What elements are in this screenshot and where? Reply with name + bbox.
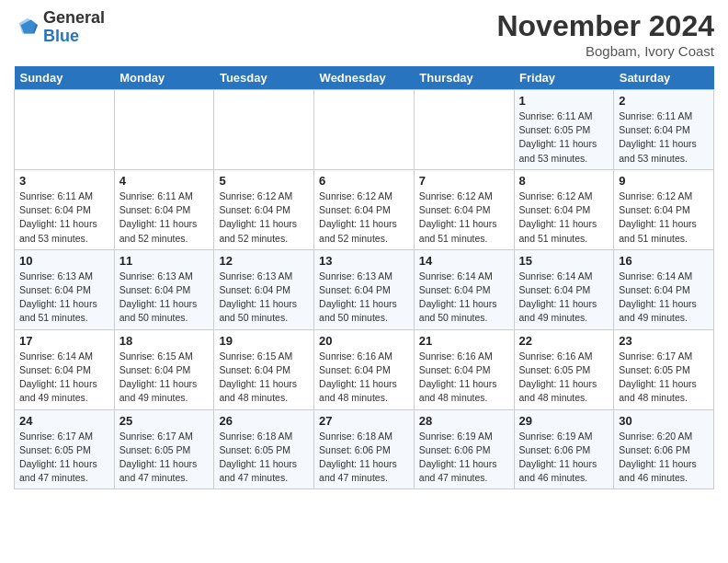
- day-number: 29: [519, 414, 609, 428]
- day-info: Sunrise: 6:13 AM Sunset: 6:04 PM Dayligh…: [319, 270, 409, 326]
- calendar-cell: 26Sunrise: 6:18 AM Sunset: 6:05 PM Dayli…: [214, 409, 314, 489]
- calendar-cell: [414, 90, 514, 170]
- day-info: Sunrise: 6:14 AM Sunset: 6:04 PM Dayligh…: [519, 270, 609, 326]
- calendar-cell: 8Sunrise: 6:12 AM Sunset: 6:04 PM Daylig…: [514, 169, 614, 249]
- day-info: Sunrise: 6:12 AM Sunset: 6:04 PM Dayligh…: [219, 190, 309, 246]
- calendar-week-3: 10Sunrise: 6:13 AM Sunset: 6:04 PM Dayli…: [15, 249, 714, 329]
- day-number: 16: [619, 254, 709, 268]
- day-number: 23: [619, 334, 709, 348]
- calendar-body: 1Sunrise: 6:11 AM Sunset: 6:05 PM Daylig…: [15, 90, 714, 489]
- calendar-cell: 20Sunrise: 6:16 AM Sunset: 6:04 PM Dayli…: [314, 329, 415, 409]
- calendar-cell: 11Sunrise: 6:13 AM Sunset: 6:04 PM Dayli…: [114, 249, 214, 329]
- calendar-cell: 19Sunrise: 6:15 AM Sunset: 6:04 PM Dayli…: [214, 329, 314, 409]
- day-number: 14: [419, 254, 509, 268]
- day-number: 17: [19, 334, 109, 348]
- day-info: Sunrise: 6:18 AM Sunset: 6:05 PM Dayligh…: [219, 430, 309, 486]
- logo-text: General Blue: [43, 9, 105, 46]
- day-number: 21: [419, 334, 509, 348]
- day-info: Sunrise: 6:16 AM Sunset: 6:05 PM Dayligh…: [519, 350, 609, 406]
- calendar-cell: 27Sunrise: 6:18 AM Sunset: 6:06 PM Dayli…: [314, 409, 415, 489]
- calendar-week-2: 3Sunrise: 6:11 AM Sunset: 6:04 PM Daylig…: [15, 169, 714, 249]
- weekday-header-sunday: Sunday: [15, 66, 115, 90]
- weekday-header-friday: Friday: [514, 66, 614, 90]
- day-number: 15: [519, 254, 609, 268]
- day-number: 9: [619, 174, 709, 188]
- month-title: November 2024: [496, 9, 714, 43]
- calendar-cell: 28Sunrise: 6:19 AM Sunset: 6:06 PM Dayli…: [414, 409, 514, 489]
- day-number: 28: [419, 414, 509, 428]
- day-number: 22: [519, 334, 609, 348]
- day-info: Sunrise: 6:18 AM Sunset: 6:06 PM Dayligh…: [319, 430, 409, 486]
- calendar-cell: 10Sunrise: 6:13 AM Sunset: 6:04 PM Dayli…: [15, 249, 115, 329]
- logo-icon: [14, 15, 40, 40]
- day-number: 24: [19, 414, 109, 428]
- day-number: 30: [619, 414, 709, 428]
- calendar-table: SundayMondayTuesdayWednesdayThursdayFrid…: [14, 66, 714, 489]
- weekday-header-wednesday: Wednesday: [314, 66, 415, 90]
- day-info: Sunrise: 6:13 AM Sunset: 6:04 PM Dayligh…: [19, 270, 109, 326]
- day-number: 13: [319, 254, 409, 268]
- calendar-cell: 7Sunrise: 6:12 AM Sunset: 6:04 PM Daylig…: [414, 169, 514, 249]
- calendar-cell: 2Sunrise: 6:11 AM Sunset: 6:04 PM Daylig…: [614, 90, 714, 170]
- calendar-cell: [214, 90, 314, 170]
- calendar-cell: 29Sunrise: 6:19 AM Sunset: 6:06 PM Dayli…: [514, 409, 614, 489]
- calendar-header-row: SundayMondayTuesdayWednesdayThursdayFrid…: [15, 66, 714, 90]
- day-number: 5: [219, 174, 309, 188]
- calendar-cell: 30Sunrise: 6:20 AM Sunset: 6:06 PM Dayli…: [614, 409, 714, 489]
- day-info: Sunrise: 6:20 AM Sunset: 6:06 PM Dayligh…: [619, 430, 709, 486]
- day-info: Sunrise: 6:11 AM Sunset: 6:04 PM Dayligh…: [19, 190, 109, 246]
- logo: General Blue: [14, 9, 105, 46]
- calendar-cell: 23Sunrise: 6:17 AM Sunset: 6:05 PM Dayli…: [614, 329, 714, 409]
- calendar-cell: 12Sunrise: 6:13 AM Sunset: 6:04 PM Dayli…: [214, 249, 314, 329]
- calendar-cell: [314, 90, 415, 170]
- calendar-cell: 13Sunrise: 6:13 AM Sunset: 6:04 PM Dayli…: [314, 249, 415, 329]
- day-info: Sunrise: 6:12 AM Sunset: 6:04 PM Dayligh…: [419, 190, 509, 246]
- day-info: Sunrise: 6:19 AM Sunset: 6:06 PM Dayligh…: [519, 430, 609, 486]
- calendar-cell: 25Sunrise: 6:17 AM Sunset: 6:05 PM Dayli…: [114, 409, 214, 489]
- day-number: 3: [19, 174, 109, 188]
- day-info: Sunrise: 6:15 AM Sunset: 6:04 PM Dayligh…: [119, 350, 210, 406]
- day-info: Sunrise: 6:11 AM Sunset: 6:05 PM Dayligh…: [519, 109, 609, 166]
- day-info: Sunrise: 6:17 AM Sunset: 6:05 PM Dayligh…: [119, 430, 210, 486]
- day-info: Sunrise: 6:11 AM Sunset: 6:04 PM Dayligh…: [119, 190, 210, 246]
- calendar-week-1: 1Sunrise: 6:11 AM Sunset: 6:05 PM Daylig…: [15, 90, 714, 170]
- calendar-cell: 21Sunrise: 6:16 AM Sunset: 6:04 PM Dayli…: [414, 329, 514, 409]
- weekday-header-monday: Monday: [114, 66, 214, 90]
- page-header: General Blue November 2024 Bogbam, Ivory…: [14, 9, 714, 59]
- day-info: Sunrise: 6:12 AM Sunset: 6:04 PM Dayligh…: [619, 190, 709, 246]
- day-info: Sunrise: 6:17 AM Sunset: 6:05 PM Dayligh…: [619, 350, 709, 406]
- calendar-cell: 16Sunrise: 6:14 AM Sunset: 6:04 PM Dayli…: [614, 249, 714, 329]
- day-info: Sunrise: 6:12 AM Sunset: 6:04 PM Dayligh…: [319, 190, 409, 246]
- day-info: Sunrise: 6:11 AM Sunset: 6:04 PM Dayligh…: [619, 109, 709, 166]
- day-number: 25: [119, 414, 210, 428]
- day-info: Sunrise: 6:14 AM Sunset: 6:04 PM Dayligh…: [619, 270, 709, 326]
- day-number: 10: [19, 254, 109, 268]
- day-number: 1: [519, 94, 609, 108]
- calendar-cell: 17Sunrise: 6:14 AM Sunset: 6:04 PM Dayli…: [15, 329, 115, 409]
- day-number: 11: [119, 254, 210, 268]
- day-info: Sunrise: 6:13 AM Sunset: 6:04 PM Dayligh…: [119, 270, 210, 326]
- day-info: Sunrise: 6:16 AM Sunset: 6:04 PM Dayligh…: [419, 350, 509, 406]
- calendar-cell: 4Sunrise: 6:11 AM Sunset: 6:04 PM Daylig…: [114, 169, 214, 249]
- calendar-cell: 24Sunrise: 6:17 AM Sunset: 6:05 PM Dayli…: [15, 409, 115, 489]
- calendar-cell: 3Sunrise: 6:11 AM Sunset: 6:04 PM Daylig…: [15, 169, 115, 249]
- calendar-cell: 15Sunrise: 6:14 AM Sunset: 6:04 PM Dayli…: [514, 249, 614, 329]
- calendar-cell: 6Sunrise: 6:12 AM Sunset: 6:04 PM Daylig…: [314, 169, 415, 249]
- day-number: 2: [619, 94, 709, 108]
- calendar-cell: [15, 90, 115, 170]
- calendar-cell: 22Sunrise: 6:16 AM Sunset: 6:05 PM Dayli…: [514, 329, 614, 409]
- day-info: Sunrise: 6:14 AM Sunset: 6:04 PM Dayligh…: [419, 270, 509, 326]
- title-block: November 2024 Bogbam, Ivory Coast: [496, 9, 714, 59]
- day-info: Sunrise: 6:14 AM Sunset: 6:04 PM Dayligh…: [19, 350, 109, 406]
- day-number: 26: [219, 414, 309, 428]
- weekday-header-thursday: Thursday: [414, 66, 514, 90]
- location: Bogbam, Ivory Coast: [496, 43, 714, 59]
- day-info: Sunrise: 6:16 AM Sunset: 6:04 PM Dayligh…: [319, 350, 409, 406]
- day-info: Sunrise: 6:13 AM Sunset: 6:04 PM Dayligh…: [219, 270, 309, 326]
- day-number: 8: [519, 174, 609, 188]
- calendar-cell: 9Sunrise: 6:12 AM Sunset: 6:04 PM Daylig…: [614, 169, 714, 249]
- day-number: 4: [119, 174, 210, 188]
- calendar-cell: [114, 90, 214, 170]
- logo-line2: Blue: [43, 28, 105, 46]
- logo-line1: General: [43, 9, 105, 28]
